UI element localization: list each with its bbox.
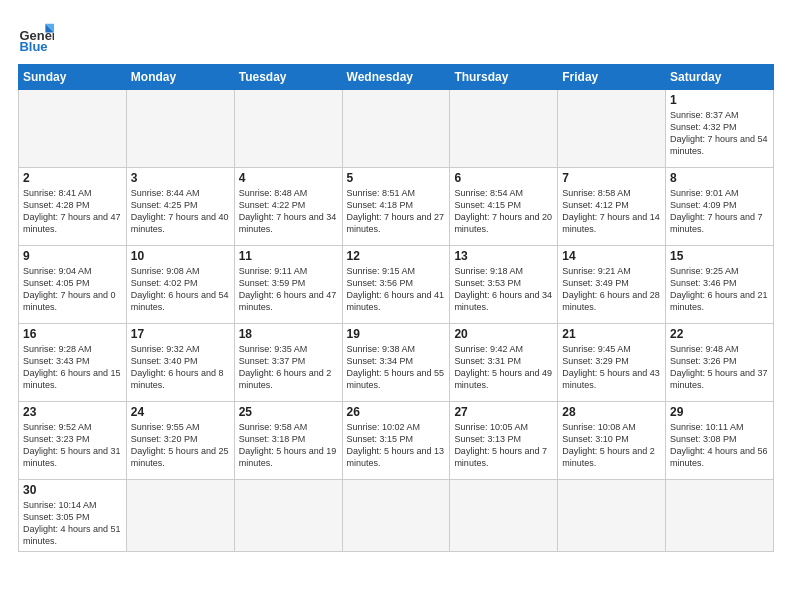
day-info: Sunrise: 9:08 AM Sunset: 4:02 PM Dayligh… <box>131 265 230 314</box>
day-cell: 10Sunrise: 9:08 AM Sunset: 4:02 PM Dayli… <box>126 246 234 324</box>
day-number: 2 <box>23 171 122 185</box>
day-cell: 27Sunrise: 10:05 AM Sunset: 3:13 PM Dayl… <box>450 402 558 480</box>
day-cell: 5Sunrise: 8:51 AM Sunset: 4:18 PM Daylig… <box>342 168 450 246</box>
day-info: Sunrise: 9:11 AM Sunset: 3:59 PM Dayligh… <box>239 265 338 314</box>
day-number: 6 <box>454 171 553 185</box>
week-row-4: 23Sunrise: 9:52 AM Sunset: 3:23 PM Dayli… <box>19 402 774 480</box>
day-cell: 15Sunrise: 9:25 AM Sunset: 3:46 PM Dayli… <box>666 246 774 324</box>
day-info: Sunrise: 10:05 AM Sunset: 3:13 PM Daylig… <box>454 421 553 470</box>
day-cell: 13Sunrise: 9:18 AM Sunset: 3:53 PM Dayli… <box>450 246 558 324</box>
day-cell <box>234 480 342 552</box>
day-info: Sunrise: 9:18 AM Sunset: 3:53 PM Dayligh… <box>454 265 553 314</box>
day-cell: 20Sunrise: 9:42 AM Sunset: 3:31 PM Dayli… <box>450 324 558 402</box>
day-number: 13 <box>454 249 553 263</box>
day-info: Sunrise: 9:32 AM Sunset: 3:40 PM Dayligh… <box>131 343 230 392</box>
weekday-tuesday: Tuesday <box>234 65 342 90</box>
day-number: 4 <box>239 171 338 185</box>
day-cell <box>558 90 666 168</box>
day-number: 22 <box>670 327 769 341</box>
day-info: Sunrise: 10:02 AM Sunset: 3:15 PM Daylig… <box>347 421 446 470</box>
day-cell <box>234 90 342 168</box>
day-number: 28 <box>562 405 661 419</box>
day-number: 14 <box>562 249 661 263</box>
day-cell <box>558 480 666 552</box>
day-number: 24 <box>131 405 230 419</box>
day-cell: 30Sunrise: 10:14 AM Sunset: 3:05 PM Dayl… <box>19 480 127 552</box>
logo: General Blue <box>18 18 54 54</box>
day-cell: 29Sunrise: 10:11 AM Sunset: 3:08 PM Dayl… <box>666 402 774 480</box>
day-number: 10 <box>131 249 230 263</box>
day-info: Sunrise: 9:35 AM Sunset: 3:37 PM Dayligh… <box>239 343 338 392</box>
day-info: Sunrise: 9:04 AM Sunset: 4:05 PM Dayligh… <box>23 265 122 314</box>
day-cell <box>126 480 234 552</box>
day-info: Sunrise: 10:11 AM Sunset: 3:08 PM Daylig… <box>670 421 769 470</box>
day-info: Sunrise: 9:48 AM Sunset: 3:26 PM Dayligh… <box>670 343 769 392</box>
day-number: 1 <box>670 93 769 107</box>
day-cell: 22Sunrise: 9:48 AM Sunset: 3:26 PM Dayli… <box>666 324 774 402</box>
day-cell: 23Sunrise: 9:52 AM Sunset: 3:23 PM Dayli… <box>19 402 127 480</box>
day-number: 5 <box>347 171 446 185</box>
day-number: 8 <box>670 171 769 185</box>
day-info: Sunrise: 9:55 AM Sunset: 3:20 PM Dayligh… <box>131 421 230 470</box>
day-cell: 9Sunrise: 9:04 AM Sunset: 4:05 PM Daylig… <box>19 246 127 324</box>
weekday-sunday: Sunday <box>19 65 127 90</box>
week-row-5: 30Sunrise: 10:14 AM Sunset: 3:05 PM Dayl… <box>19 480 774 552</box>
day-cell: 18Sunrise: 9:35 AM Sunset: 3:37 PM Dayli… <box>234 324 342 402</box>
day-info: Sunrise: 9:52 AM Sunset: 3:23 PM Dayligh… <box>23 421 122 470</box>
day-cell: 11Sunrise: 9:11 AM Sunset: 3:59 PM Dayli… <box>234 246 342 324</box>
day-info: Sunrise: 8:37 AM Sunset: 4:32 PM Dayligh… <box>670 109 769 158</box>
day-cell: 28Sunrise: 10:08 AM Sunset: 3:10 PM Dayl… <box>558 402 666 480</box>
day-number: 16 <box>23 327 122 341</box>
day-number: 15 <box>670 249 769 263</box>
day-cell <box>450 480 558 552</box>
day-number: 11 <box>239 249 338 263</box>
weekday-monday: Monday <box>126 65 234 90</box>
day-cell <box>19 90 127 168</box>
logo-icon: General Blue <box>18 18 54 54</box>
day-cell: 7Sunrise: 8:58 AM Sunset: 4:12 PM Daylig… <box>558 168 666 246</box>
day-number: 17 <box>131 327 230 341</box>
day-number: 23 <box>23 405 122 419</box>
day-cell: 1Sunrise: 8:37 AM Sunset: 4:32 PM Daylig… <box>666 90 774 168</box>
day-info: Sunrise: 8:48 AM Sunset: 4:22 PM Dayligh… <box>239 187 338 236</box>
day-cell: 19Sunrise: 9:38 AM Sunset: 3:34 PM Dayli… <box>342 324 450 402</box>
day-cell <box>450 90 558 168</box>
day-cell: 24Sunrise: 9:55 AM Sunset: 3:20 PM Dayli… <box>126 402 234 480</box>
header: General Blue <box>18 18 774 54</box>
day-cell: 14Sunrise: 9:21 AM Sunset: 3:49 PM Dayli… <box>558 246 666 324</box>
day-info: Sunrise: 8:41 AM Sunset: 4:28 PM Dayligh… <box>23 187 122 236</box>
page: General Blue SundayMondayTuesdayWednesda… <box>0 0 792 562</box>
day-cell <box>666 480 774 552</box>
weekday-thursday: Thursday <box>450 65 558 90</box>
day-cell: 3Sunrise: 8:44 AM Sunset: 4:25 PM Daylig… <box>126 168 234 246</box>
day-info: Sunrise: 9:28 AM Sunset: 3:43 PM Dayligh… <box>23 343 122 392</box>
day-info: Sunrise: 9:38 AM Sunset: 3:34 PM Dayligh… <box>347 343 446 392</box>
day-cell: 25Sunrise: 9:58 AM Sunset: 3:18 PM Dayli… <box>234 402 342 480</box>
day-number: 3 <box>131 171 230 185</box>
week-row-1: 2Sunrise: 8:41 AM Sunset: 4:28 PM Daylig… <box>19 168 774 246</box>
day-info: Sunrise: 9:15 AM Sunset: 3:56 PM Dayligh… <box>347 265 446 314</box>
day-number: 7 <box>562 171 661 185</box>
day-info: Sunrise: 8:44 AM Sunset: 4:25 PM Dayligh… <box>131 187 230 236</box>
weekday-saturday: Saturday <box>666 65 774 90</box>
day-number: 18 <box>239 327 338 341</box>
day-cell <box>342 90 450 168</box>
calendar: SundayMondayTuesdayWednesdayThursdayFrid… <box>18 64 774 552</box>
day-cell: 17Sunrise: 9:32 AM Sunset: 3:40 PM Dayli… <box>126 324 234 402</box>
day-cell: 21Sunrise: 9:45 AM Sunset: 3:29 PM Dayli… <box>558 324 666 402</box>
svg-text:Blue: Blue <box>19 39 47 54</box>
day-cell: 12Sunrise: 9:15 AM Sunset: 3:56 PM Dayli… <box>342 246 450 324</box>
day-info: Sunrise: 9:21 AM Sunset: 3:49 PM Dayligh… <box>562 265 661 314</box>
day-info: Sunrise: 9:58 AM Sunset: 3:18 PM Dayligh… <box>239 421 338 470</box>
day-number: 19 <box>347 327 446 341</box>
day-number: 9 <box>23 249 122 263</box>
day-number: 26 <box>347 405 446 419</box>
weekday-friday: Friday <box>558 65 666 90</box>
day-number: 29 <box>670 405 769 419</box>
day-number: 30 <box>23 483 122 497</box>
day-number: 27 <box>454 405 553 419</box>
week-row-3: 16Sunrise: 9:28 AM Sunset: 3:43 PM Dayli… <box>19 324 774 402</box>
day-info: Sunrise: 10:08 AM Sunset: 3:10 PM Daylig… <box>562 421 661 470</box>
day-info: Sunrise: 8:58 AM Sunset: 4:12 PM Dayligh… <box>562 187 661 236</box>
day-cell: 16Sunrise: 9:28 AM Sunset: 3:43 PM Dayli… <box>19 324 127 402</box>
